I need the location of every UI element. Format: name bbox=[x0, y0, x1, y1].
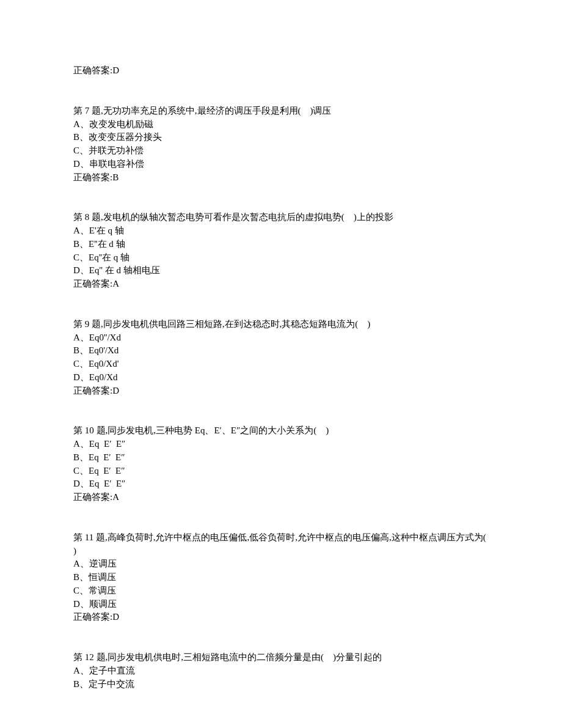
option-a: A、逆调压 bbox=[73, 557, 489, 571]
question-7: 第 7 题,无功功率充足的系统中,最经济的调压手段是利用( )调压 A、改变发电… bbox=[73, 105, 489, 185]
question-10: 第 10 题,同步发电机,三种电势 Eq、E′、E″之间的大小关系为( ) A、… bbox=[73, 424, 489, 504]
question-stem: 第 9 题,同步发电机供电回路三相短路,在到达稳态时,其稳态短路电流为( ) bbox=[73, 318, 489, 331]
answer-text: 正确答案:D bbox=[73, 64, 489, 78]
question-stem: 第 11 题,高峰负荷时,允许中枢点的电压偏低,低谷负荷时,允许中枢点的电压偏高… bbox=[73, 531, 489, 558]
option-b: B、E''在 d 轴 bbox=[73, 238, 489, 251]
option-c: C、Eq E′ E″ bbox=[73, 465, 489, 478]
answer-text: 正确答案:A bbox=[73, 278, 489, 291]
option-c: C、Eq0/Xd' bbox=[73, 358, 489, 371]
answer-text: 正确答案:D bbox=[73, 384, 489, 398]
question-stem: 第 10 题,同步发电机,三种电势 Eq、E′、E″之间的大小关系为( ) bbox=[73, 424, 489, 438]
option-a: A、E'在 q 轴 bbox=[73, 224, 489, 238]
option-c: C、常调压 bbox=[73, 584, 489, 598]
question-8: 第 8 题,发电机的纵轴次暂态电势可看作是次暂态电抗后的虚拟电势( )上的投影 … bbox=[73, 211, 489, 291]
answer-text: 正确答案:B bbox=[73, 171, 489, 185]
option-a: A、Eq0''/Xd bbox=[73, 331, 489, 345]
option-c: C、并联无功补偿 bbox=[73, 144, 489, 158]
option-a: A、Eq E′ E″ bbox=[73, 438, 489, 451]
option-b: B、定子中交流 bbox=[73, 678, 489, 691]
option-b: B、Eq E′ E″ bbox=[73, 451, 489, 465]
question-stem: 第 8 题,发电机的纵轴次暂态电势可看作是次暂态电抗后的虚拟电势( )上的投影 bbox=[73, 211, 489, 224]
option-b: B、Eq0'/Xd bbox=[73, 344, 489, 358]
answer-text: 正确答案:A bbox=[73, 491, 489, 504]
option-b: B、恒调压 bbox=[73, 571, 489, 584]
question-9: 第 9 题,同步发电机供电回路三相短路,在到达稳态时,其稳态短路电流为( ) A… bbox=[73, 318, 489, 398]
option-d: D、串联电容补偿 bbox=[73, 158, 489, 171]
page-content: 正确答案:D 第 7 题,无功功率充足的系统中,最经济的调压手段是利用( )调压… bbox=[0, 0, 562, 728]
option-d: D、顺调压 bbox=[73, 598, 489, 611]
option-c: C、Eq''在 q 轴 bbox=[73, 251, 489, 265]
question-12: 第 12 题,同步发电机供电时,三相短路电流中的二倍频分量是由( )分量引起的 … bbox=[73, 651, 489, 691]
option-a: A、定子中直流 bbox=[73, 664, 489, 678]
answer-text: 正确答案:D bbox=[73, 611, 489, 624]
option-d: D、Eq0/Xd bbox=[73, 371, 489, 384]
question-stem: 第 7 题,无功功率充足的系统中,最经济的调压手段是利用( )调压 bbox=[73, 105, 489, 118]
previous-answer: 正确答案:D bbox=[73, 64, 489, 78]
option-d: D、Eq'' 在 d 轴相电压 bbox=[73, 264, 489, 278]
question-stem: 第 12 题,同步发电机供电时,三相短路电流中的二倍频分量是由( )分量引起的 bbox=[73, 651, 489, 664]
question-11: 第 11 题,高峰负荷时,允许中枢点的电压偏低,低谷负荷时,允许中枢点的电压偏高… bbox=[73, 531, 489, 624]
option-b: B、改变变压器分接头 bbox=[73, 131, 489, 144]
option-a: A、改变发电机励磁 bbox=[73, 118, 489, 131]
option-d: D、Eq E′ E″ bbox=[73, 477, 489, 491]
